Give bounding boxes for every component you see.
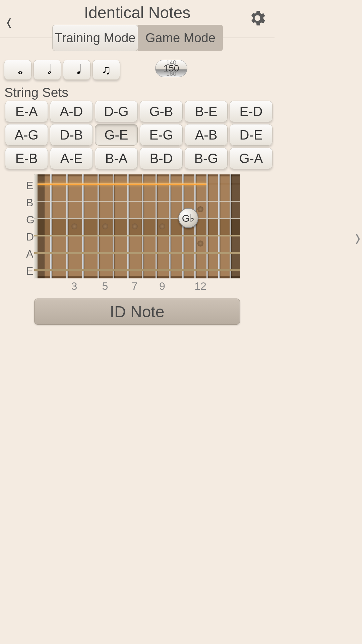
inlay-dot <box>102 223 108 229</box>
string-sets-label: String Sets <box>4 85 68 100</box>
note-marker[interactable]: G♭ <box>178 208 198 228</box>
fret <box>230 174 231 278</box>
string-set-g-b[interactable]: G-B <box>140 101 183 122</box>
string-sets-grid: E-AA-DD-GG-BB-EE-DA-GD-BG-EE-GA-BD-EE-BA… <box>5 101 273 169</box>
inlay-dot <box>71 223 77 229</box>
inlay-dot <box>197 240 203 247</box>
page-title: Identical Notes <box>0 3 275 22</box>
string-set-e-b[interactable]: E-B <box>5 148 48 169</box>
string-set-b-a[interactable]: B-A <box>95 148 138 169</box>
fret <box>127 174 129 278</box>
string <box>34 269 240 271</box>
game-mode-tab[interactable]: Game Mode <box>138 25 223 51</box>
fret-number: 9 <box>159 280 165 292</box>
fret <box>98 174 99 278</box>
inlay-dot <box>197 206 203 212</box>
string <box>34 218 240 219</box>
string-set-e-g[interactable]: E-G <box>140 124 183 146</box>
tempo-picker[interactable]: 140 150 160 <box>155 60 187 77</box>
note-value-whole-note[interactable]: 𝅝 <box>4 60 32 80</box>
note-value-controls: 𝅝𝅗𝅥𝅘𝅥♫ <box>4 60 120 80</box>
note-value-half-note[interactable]: 𝅗𝅥 <box>34 60 61 80</box>
string-label: B <box>26 194 35 211</box>
string-set-d-e[interactable]: D-E <box>230 124 273 146</box>
string <box>34 201 240 202</box>
string-set-a-b[interactable]: A-B <box>185 124 228 146</box>
string-set-a-g[interactable]: A-G <box>5 124 48 146</box>
string-label: A <box>26 246 35 263</box>
string-label: D <box>26 228 35 246</box>
string <box>34 252 240 254</box>
string-set-a-e[interactable]: A-E <box>50 148 93 169</box>
fret-number: 5 <box>102 280 108 292</box>
fret <box>66 174 68 278</box>
fret <box>194 174 196 278</box>
inlay-dot <box>159 223 165 229</box>
settings-button[interactable] <box>248 8 267 29</box>
string-set-e-a[interactable]: E-A <box>5 101 48 122</box>
string-set-e-d[interactable]: E-D <box>230 101 273 122</box>
note-value-quarter-note[interactable]: 𝅘𝅥 <box>63 60 90 80</box>
tempo-next: 160 <box>166 73 176 75</box>
fret <box>169 174 171 278</box>
string-label: E <box>26 177 35 194</box>
string-set-g-e[interactable]: G-E <box>95 124 138 146</box>
id-note-button[interactable]: ID Note <box>34 299 240 325</box>
fret <box>50 174 52 278</box>
fret-number: 7 <box>132 280 138 292</box>
fret <box>82 174 84 278</box>
string-set-b-g[interactable]: B-G <box>185 148 228 169</box>
inlay-dot <box>132 223 138 229</box>
fret <box>218 174 220 278</box>
string-set-a-d[interactable]: A-D <box>50 101 93 122</box>
string-set-d-g[interactable]: D-G <box>95 101 138 122</box>
gear-icon <box>248 8 267 28</box>
fret-number: 3 <box>71 280 77 292</box>
string-set-g-a[interactable]: G-A <box>230 148 273 169</box>
fret-number: 12 <box>194 280 206 292</box>
string-label: E <box>26 263 35 280</box>
highlight-string <box>38 183 206 185</box>
note-value-eighth-notes[interactable]: ♫ <box>93 60 120 80</box>
fret <box>206 174 208 278</box>
fret <box>113 174 114 278</box>
training-mode-tab[interactable]: Training Mode <box>52 25 138 51</box>
fret <box>156 174 157 278</box>
string <box>34 235 240 236</box>
string-set-b-d[interactable]: B-D <box>140 148 183 169</box>
fret <box>142 174 143 278</box>
string-label: G <box>26 211 35 228</box>
mode-toggle: Training Mode Game Mode <box>52 25 223 51</box>
nut <box>34 174 38 278</box>
string-set-b-e[interactable]: B-E <box>185 101 228 122</box>
string-labels: EBGDAE <box>26 177 35 280</box>
string-set-d-b[interactable]: D-B <box>50 124 93 146</box>
fretboard[interactable]: G♭ <box>34 174 240 278</box>
